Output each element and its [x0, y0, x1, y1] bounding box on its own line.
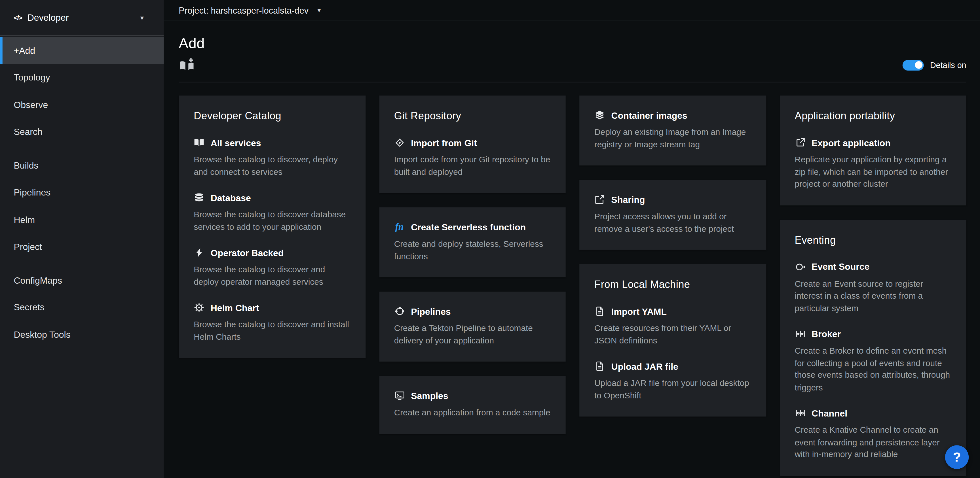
- sidebar-item-add[interactable]: +Add: [0, 37, 164, 64]
- add-item-heading: Helm Chart: [194, 302, 350, 313]
- sidebar-item-pipelines[interactable]: Pipelines: [0, 179, 164, 206]
- add-item-description: Deploy an existing Image from an Image r…: [594, 126, 751, 151]
- sidebar-item-desktop-tools[interactable]: Desktop Tools: [0, 321, 164, 348]
- add-item-heading: Event Source: [795, 261, 951, 272]
- add-item-description: Create resources from their YAML or JSON…: [594, 322, 751, 346]
- add-item-event-source[interactable]: Event SourceCreate an Event source to re…: [795, 261, 951, 314]
- export-icon: [795, 137, 805, 148]
- sidebar-nav-group: +AddTopologyObserveSearch: [0, 37, 164, 146]
- sidebar-item-project[interactable]: Project: [0, 233, 164, 260]
- chevron-down-icon: ▾: [140, 14, 144, 21]
- database-icon: [194, 192, 204, 203]
- add-item-description: Project access allows you to add or remo…: [594, 211, 751, 235]
- add-item-description: Create and deploy stateless, Serverless …: [394, 238, 551, 262]
- add-item-description: Browse the catalog to discover and deplo…: [194, 264, 350, 288]
- samples-icon: [394, 391, 405, 401]
- add-item-import-from-git[interactable]: Import from GitImport code from your Git…: [394, 137, 551, 178]
- page-title: Add: [179, 35, 966, 52]
- add-item-label: Pipelines: [411, 306, 450, 316]
- sidebar-item-label: Helm: [14, 215, 35, 225]
- sidebar-item-observe[interactable]: Observe: [0, 91, 164, 118]
- card-column: Git RepositoryImport from GitImport code…: [379, 95, 566, 434]
- file-icon: [594, 306, 605, 316]
- card-title: Eventing: [795, 234, 951, 246]
- add-item-container-images[interactable]: Container imagesDeploy an existing Image…: [594, 110, 751, 151]
- quick-starts-book-icon[interactable]: [179, 57, 195, 73]
- add-item-label: Create Serverless function: [411, 222, 526, 232]
- add-item-all-services[interactable]: All servicesBrowse the catalog to discov…: [194, 137, 350, 178]
- details-toggle[interactable]: [903, 59, 924, 70]
- add-item-database[interactable]: DatabaseBrowse the catalog to discover d…: [194, 192, 350, 233]
- add-item-create-serverless-function[interactable]: fnCreate Serverless functionCreate and d…: [394, 222, 551, 262]
- toggle-knob: [915, 61, 922, 68]
- page-header-row: Details on: [179, 57, 966, 83]
- helm-icon: [194, 302, 204, 313]
- sidebar-item-label: Secrets: [14, 302, 44, 312]
- add-item-label: Container images: [611, 110, 687, 120]
- card-sharing: SharingProject access allows you to add …: [579, 180, 766, 250]
- pipelines-icon: [394, 306, 405, 316]
- add-item-heading: Sharing: [594, 194, 751, 205]
- add-item-heading: Import from Git: [394, 137, 551, 148]
- project-label: Project: harshcasper-localsta-dev: [179, 5, 309, 15]
- card-column: Developer CatalogAll servicesBrowse the …: [179, 95, 365, 358]
- add-item-heading: All services: [194, 137, 350, 148]
- sidebar: </> Developer ▾ +AddTopologyObserveSearc…: [0, 0, 164, 478]
- add-item-label: Channel: [811, 408, 847, 418]
- sidebar-item-label: Project: [14, 242, 42, 252]
- broker-icon: [795, 329, 805, 339]
- add-item-description: Browse the catalog to discover and insta…: [194, 319, 350, 343]
- question-mark-icon: ?: [953, 449, 961, 465]
- card-title: Developer Catalog: [194, 110, 350, 122]
- add-item-import-yaml[interactable]: Import YAMLCreate resources from their Y…: [594, 306, 751, 346]
- add-item-label: Broker: [811, 329, 841, 338]
- add-item-samples[interactable]: SamplesCreate an application from a code…: [394, 391, 551, 419]
- add-item-sharing[interactable]: SharingProject access allows you to add …: [594, 194, 751, 235]
- add-item-description: Create a Knative Channel to create an ev…: [795, 424, 951, 461]
- project-selector[interactable]: Project: harshcasper-localsta-dev ▾: [179, 5, 321, 15]
- add-item-channel[interactable]: ChannelCreate a Knative Channel to creat…: [795, 408, 951, 461]
- add-item-heading: Import YAML: [594, 306, 751, 316]
- add-item-upload-jar-file[interactable]: Upload JAR fileUpload a JAR file from yo…: [594, 361, 751, 402]
- sidebar-item-builds[interactable]: Builds: [0, 152, 164, 179]
- add-item-operator-backed[interactable]: Operator BackedBrowse the catalog to dis…: [194, 247, 350, 288]
- git-import-icon: [394, 137, 405, 148]
- add-item-label: Sharing: [611, 195, 645, 205]
- add-item-label: Helm Chart: [211, 303, 259, 313]
- card-from-local-machine: From Local MachineImport YAMLCreate reso…: [579, 264, 766, 416]
- add-item-heading: Operator Backed: [194, 247, 350, 258]
- book-icon: [194, 137, 204, 148]
- file-icon: [594, 361, 605, 372]
- add-item-label: Database: [211, 193, 251, 203]
- add-item-pipelines[interactable]: PipelinesCreate a Tekton Pipeline to aut…: [394, 306, 551, 346]
- help-button[interactable]: ?: [945, 445, 969, 469]
- event-source-icon: [795, 261, 805, 272]
- add-item-label: Export application: [811, 138, 891, 148]
- add-item-heading: Export application: [795, 137, 951, 148]
- add-item-description: Browse the catalog to discover, deploy a…: [194, 154, 350, 178]
- card-title: Application portability: [795, 110, 951, 122]
- add-item-label: Upload JAR file: [611, 361, 678, 371]
- add-item-description: Create a Tekton Pipeline to automate del…: [394, 322, 551, 346]
- add-item-heading: Samples: [394, 391, 551, 401]
- sidebar-nav-group: BuildsPipelinesHelmProject: [0, 152, 164, 261]
- add-item-heading: Container images: [594, 110, 751, 121]
- perspective-switcher[interactable]: </> Developer ▾: [0, 0, 164, 36]
- sidebar-item-topology[interactable]: Topology: [0, 64, 164, 91]
- add-item-label: Event Source: [811, 262, 869, 272]
- sidebar-item-secrets[interactable]: Secrets: [0, 294, 164, 321]
- add-item-broker[interactable]: BrokerCreate a Broker to define an event…: [795, 329, 951, 393]
- sidebar-item-label: Desktop Tools: [14, 330, 70, 340]
- add-item-helm-chart[interactable]: Helm ChartBrowse the catalog to discover…: [194, 302, 350, 343]
- sidebar-item-helm[interactable]: Helm: [0, 206, 164, 233]
- sidebar-item-search[interactable]: Search: [0, 118, 164, 146]
- serverless-fn-icon: fn: [394, 222, 405, 232]
- add-item-label: Samples: [411, 391, 448, 401]
- sidebar-item-configmaps[interactable]: ConfigMaps: [0, 267, 164, 294]
- add-item-heading: Channel: [795, 408, 951, 418]
- add-item-heading: Upload JAR file: [594, 361, 751, 372]
- card-column: Application portabilityExport applicatio…: [780, 95, 966, 475]
- add-item-export-application[interactable]: Export applicationReplicate your applica…: [795, 137, 951, 190]
- sidebar-item-label: ConfigMaps: [14, 275, 62, 285]
- card-column: Container imagesDeploy an existing Image…: [579, 95, 766, 416]
